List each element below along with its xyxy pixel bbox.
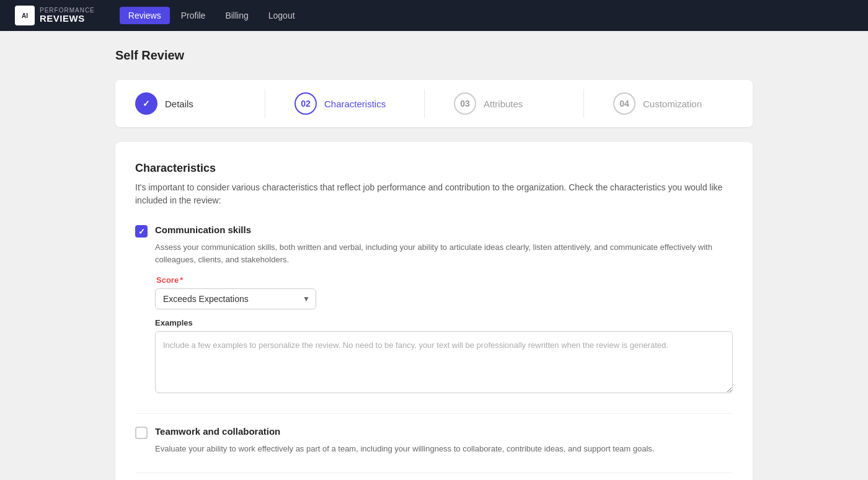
- step-customization[interactable]: 04 Customization: [593, 80, 753, 127]
- main-card: Characteristics It's important to consid…: [115, 142, 753, 480]
- divider-2: [135, 473, 733, 473]
- brand: AI PERFORMANCE REVIEWS: [15, 6, 95, 25]
- score-select-communication[interactable]: Below Expectations Meets Expectations Ex…: [155, 288, 316, 309]
- divider-1: [135, 413, 733, 414]
- step-details[interactable]: ✓ Details: [115, 80, 275, 127]
- step-circle-customization: 04: [613, 92, 636, 115]
- step-label-attributes: Attributes: [484, 99, 523, 109]
- checkbox-teamwork[interactable]: [135, 427, 148, 439]
- step-circle-characteristics: 02: [294, 92, 317, 115]
- examples-label-communication: Examples: [155, 318, 733, 327]
- characteristic-desc-communication: Assess your communication skills, both w…: [155, 241, 733, 265]
- step-label-details: Details: [165, 99, 193, 109]
- characteristics-title: Characteristics: [135, 162, 733, 175]
- step-attributes[interactable]: 03 Attributes: [434, 80, 593, 127]
- characteristics-description: It's important to consider various chara…: [135, 181, 733, 207]
- step-label-characteristics: Characteristics: [324, 99, 386, 109]
- brand-logo: AI: [15, 6, 35, 25]
- checkbox-communication[interactable]: [135, 225, 148, 238]
- brand-text: PERFORMANCE REVIEWS: [40, 7, 95, 24]
- brand-name-bottom: REVIEWS: [40, 14, 95, 24]
- characteristic-communication: Communication skills Assess your communi…: [135, 224, 733, 396]
- step-characteristics[interactable]: 02 Characteristics: [275, 80, 434, 127]
- nav-links: Reviews Profile Billing Logout: [120, 7, 304, 24]
- navbar: AI PERFORMANCE REVIEWS Reviews Profile B…: [0, 0, 868, 31]
- characteristic-name-teamwork: Teamwork and collaboration: [155, 426, 280, 437]
- stepper: ✓ Details 02 Characteristics 03 Attribut…: [115, 80, 753, 127]
- step-label-customization: Customization: [643, 99, 702, 109]
- nav-billing[interactable]: Billing: [216, 7, 257, 24]
- page-title: Self Review: [115, 48, 753, 63]
- nav-profile[interactable]: Profile: [172, 7, 215, 24]
- score-label-communication: Score*: [155, 275, 733, 285]
- characteristic-header-teamwork: Teamwork and collaboration: [135, 426, 733, 439]
- characteristic-desc-teamwork: Evaluate your ability to work effectivel…: [155, 443, 733, 455]
- examples-group-communication: Examples: [155, 318, 733, 396]
- examples-textarea-communication[interactable]: [155, 331, 733, 393]
- score-select-wrapper-communication: Below Expectations Meets Expectations Ex…: [155, 288, 316, 309]
- nav-reviews[interactable]: Reviews: [120, 7, 170, 24]
- nav-logout[interactable]: Logout: [260, 7, 304, 24]
- characteristic-name-communication: Communication skills: [155, 224, 251, 235]
- characteristic-header-communication: Communication skills: [135, 224, 733, 238]
- page-content: Self Review ✓ Details 02 Characteristics…: [105, 31, 763, 480]
- characteristic-teamwork: Teamwork and collaboration Evaluate your…: [135, 426, 733, 455]
- step-circle-details: ✓: [135, 92, 157, 115]
- score-group-communication: Score* Below Expectations Meets Expectat…: [155, 275, 733, 309]
- step-circle-attributes: 03: [454, 92, 476, 115]
